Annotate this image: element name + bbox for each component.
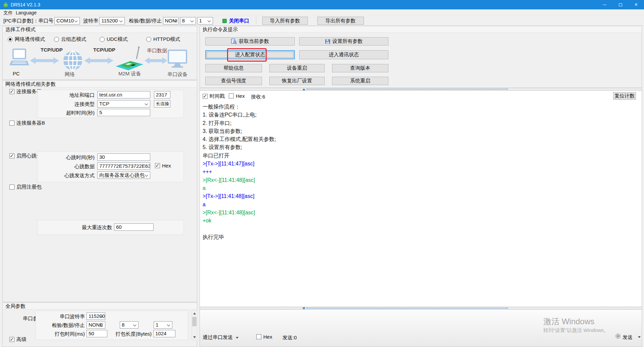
top-splitter[interactable] xyxy=(200,88,642,90)
send-hex-checkbox[interactable]: Hex xyxy=(256,334,272,340)
mode-radio-cloud[interactable]: 云组态模式 xyxy=(54,36,86,43)
register-checkbox[interactable]: 启用注册包 xyxy=(9,184,42,190)
system-restart-button[interactable]: 系统重启 xyxy=(332,77,388,85)
mode-radio-udc[interactable]: UDC模式 xyxy=(100,36,128,43)
conn-type-select[interactable]: TCP xyxy=(97,100,150,108)
log-line: 3. 获取当前参数; xyxy=(203,127,276,135)
hb-data-input[interactable]: 7777772E7573722E636E xyxy=(97,162,150,170)
databits-select[interactable]: 8 xyxy=(180,17,196,24)
scroll-up-icon[interactable] xyxy=(192,311,197,316)
params-box: 网络透传模式相关参数 连接服务器A 地址和端口 test.usr.cn 2317… xyxy=(2,80,197,302)
close-button[interactable]: × xyxy=(628,0,644,9)
chevron-down-icon xyxy=(236,337,238,339)
send-via-dropdown[interactable]: 通过串口发送 xyxy=(203,334,238,341)
minimize-icon xyxy=(603,5,606,5)
hb-time-input[interactable]: 30 xyxy=(97,153,150,161)
log-line: a xyxy=(203,201,276,209)
app-window: DR514 V2.1.3 × 文件 Language [PC串口参数]：串口号 … xyxy=(0,0,644,347)
g-baud-select[interactable]: 115200 xyxy=(87,313,105,320)
advanced-checkbox[interactable]: 高级 xyxy=(9,336,26,343)
export-params-button[interactable]: 导出所有参数 xyxy=(317,17,364,25)
button-label: 恢复出厂设置 xyxy=(282,78,312,84)
log-line: >[Rx<-][11:41:48][asc] xyxy=(203,209,276,217)
query-signal-button[interactable]: 查信号强度 xyxy=(205,77,262,85)
import-params-button[interactable]: 导入所有参数 xyxy=(262,17,308,25)
close-port-button[interactable]: 关闭串口 xyxy=(229,18,249,24)
radio-icon xyxy=(8,37,13,42)
send-audio-icon xyxy=(615,333,621,339)
baud-select[interactable]: 115200 xyxy=(99,17,125,24)
windows-activate-hint: 转到“设置”以激活 Windows。 xyxy=(543,327,609,334)
mode-label: HTTPD模式 xyxy=(153,36,180,43)
maximize-button[interactable] xyxy=(612,0,628,9)
factory-reset-button[interactable]: 恢复出厂设置 xyxy=(269,77,325,85)
help-button[interactable]: 帮助信息 xyxy=(205,64,262,72)
reset-count-button[interactable]: 复位计数 xyxy=(613,92,636,100)
mode-label: 云组态模式 xyxy=(61,36,86,43)
log-hex-checkbox[interactable]: Hex xyxy=(229,93,245,99)
packtime-input[interactable]: 50 xyxy=(87,330,107,337)
timeout-input[interactable]: 5 xyxy=(97,109,150,116)
port-input[interactable]: 2317 xyxy=(154,91,170,98)
m2m-device-icon xyxy=(113,46,145,72)
packlen-input[interactable]: 1024 xyxy=(153,330,175,337)
line-label: 检验/数据/停止 xyxy=(129,18,162,24)
checkbox-icon xyxy=(9,337,14,342)
menu-language[interactable]: Language xyxy=(16,10,37,15)
mode-radio-httpd[interactable]: HTTPD模式 xyxy=(146,36,180,43)
checkbox-icon xyxy=(9,185,14,190)
send-hex-label: Hex xyxy=(263,334,272,340)
app-icon xyxy=(3,2,8,7)
stopbits-select[interactable]: 1 xyxy=(197,17,213,24)
minimize-button[interactable] xyxy=(597,0,612,9)
device-restart-button[interactable]: 设备重启 xyxy=(269,64,325,72)
radio-icon xyxy=(146,37,151,42)
hb-time-label: 心跳时间(秒) xyxy=(38,154,95,161)
port-open-indicator xyxy=(222,19,227,23)
radio-icon xyxy=(54,37,59,42)
timestamp-checkbox[interactable]: 时间戳 xyxy=(203,93,225,99)
reconnect-input[interactable]: 60 xyxy=(114,223,154,231)
heartbeat-checkbox[interactable]: 启用心跳包 xyxy=(9,153,42,159)
keepalive-select[interactable]: 长连接 xyxy=(154,100,170,108)
mode-radio-transparent[interactable]: 网络透传模式 xyxy=(8,36,45,43)
scroll-down-icon[interactable] xyxy=(192,335,197,340)
global-scrollbar[interactable] xyxy=(192,310,197,340)
port-select[interactable]: COM10 xyxy=(54,17,80,24)
enter-comm-button[interactable]: 进入通讯状态 xyxy=(299,50,388,59)
send-chevron-down-icon[interactable] xyxy=(638,336,641,338)
log-area[interactable]: 时间戳 Hex 接收:6 复位计数 一般操作流程：1. 设备连PC串口,上电;2… xyxy=(200,90,642,307)
button-label: 获取当前参数 xyxy=(239,38,269,45)
server-b-checkbox[interactable]: 连接服务器B xyxy=(9,120,45,126)
checkbox-icon xyxy=(9,153,14,158)
get-params-button[interactable]: 获取当前参数 xyxy=(205,37,295,46)
button-label: 查询版本 xyxy=(350,65,370,71)
query-version-button[interactable]: 查询版本 xyxy=(332,64,388,72)
set-params-button[interactable]: 设置所有参数 xyxy=(299,37,388,46)
link2-label: TCP/UDP xyxy=(93,47,115,53)
g-parity-select[interactable]: NONE xyxy=(87,321,105,329)
parity-select[interactable]: NONI xyxy=(163,17,179,24)
hb-mode-select[interactable]: 向服务器发送心跳包 xyxy=(97,171,150,179)
log-hex-label: Hex xyxy=(236,93,245,99)
checkbox-icon xyxy=(9,89,14,94)
log-line: 一般操作流程： xyxy=(203,103,276,111)
g-stopbits-select[interactable]: 1 xyxy=(154,321,172,329)
log-line: 2. 打开串口; xyxy=(203,119,276,127)
sent-count: 发送:0 xyxy=(282,335,297,341)
scrollbar-thumb[interactable] xyxy=(192,317,197,326)
splitter-dots xyxy=(307,308,508,308)
menu-file[interactable]: 文件 xyxy=(3,10,13,16)
arrow-icon xyxy=(145,57,167,64)
addr-input[interactable]: test.usr.cn xyxy=(97,91,150,98)
port-label: [PC串口参数]：串口号 xyxy=(3,18,53,24)
bottom-splitter[interactable] xyxy=(200,307,642,309)
g-databits-select[interactable]: 8 xyxy=(120,321,139,329)
send-label: 发送 xyxy=(623,334,633,340)
send-button[interactable]: 发送 xyxy=(623,334,633,341)
advanced-label: 高级 xyxy=(16,336,26,343)
hb-hex-checkbox[interactable]: Hex xyxy=(155,163,171,168)
button-label: 帮助信息 xyxy=(224,65,244,71)
checkbox-icon xyxy=(256,334,261,339)
global-box: 全局参数 串口参数 串口波特率 115200 检验/数据/停止 NONE 8 1… xyxy=(2,302,197,347)
